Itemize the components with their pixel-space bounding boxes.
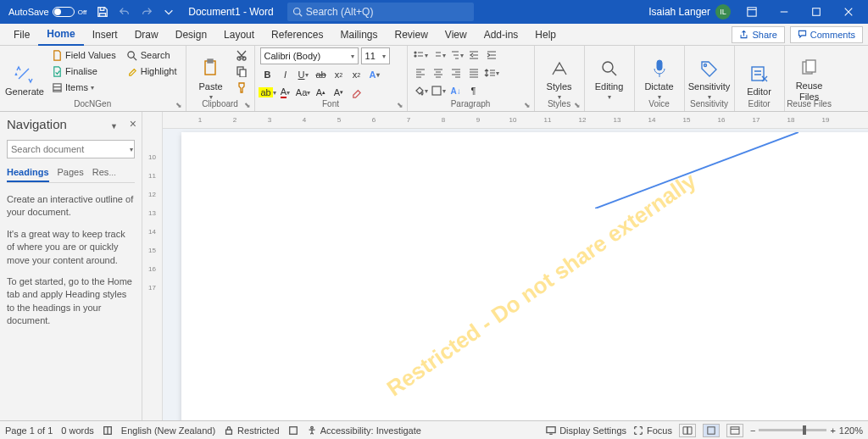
format-painter-button[interactable]: [234, 80, 249, 95]
bullets-button[interactable]: ▾: [413, 47, 428, 63]
undo-button[interactable]: [114, 0, 136, 24]
zoom-in-button[interactable]: +: [830, 425, 835, 436]
tab-file[interactable]: File: [5, 24, 38, 46]
tab-review[interactable]: Review: [387, 24, 437, 46]
finalise-button[interactable]: Finalise: [47, 64, 120, 79]
dialog-launcher[interactable]: ⬊: [524, 101, 532, 109]
justify-button[interactable]: [466, 65, 481, 81]
ribbon-display-button[interactable]: [736, 0, 768, 24]
decrease-indent-button[interactable]: [466, 47, 481, 63]
tab-view[interactable]: View: [437, 24, 476, 46]
zoom-out-button[interactable]: −: [750, 425, 755, 436]
dialog-launcher[interactable]: ⬊: [244, 101, 253, 109]
word-count[interactable]: 0 words: [61, 425, 94, 436]
clear-formatting-button[interactable]: [349, 85, 364, 100]
nav-close-button[interactable]: ×: [130, 117, 136, 131]
search-box[interactable]: Search (Alt+Q): [287, 3, 474, 21]
italic-button[interactable]: I: [278, 67, 293, 82]
accessibility-button[interactable]: Accessibility: Investigate: [307, 425, 421, 436]
zoom-slider[interactable]: − + 120%: [750, 425, 863, 436]
nav-tab-headings[interactable]: Headings: [7, 167, 49, 182]
font-color-button[interactable]: A▾: [278, 85, 293, 100]
macro-button[interactable]: [288, 425, 298, 436]
font-size-combo[interactable]: 11▾: [361, 47, 390, 64]
nav-search-input[interactable]: [11, 144, 128, 154]
borders-button[interactable]: ▾: [431, 83, 446, 98]
align-center-button[interactable]: [431, 65, 446, 81]
tab-insert[interactable]: Insert: [84, 24, 126, 46]
subscript-button[interactable]: x2: [331, 67, 347, 82]
strike-button[interactable]: ab: [314, 67, 329, 82]
docngen-search-button[interactable]: Search: [123, 47, 181, 63]
autosave-toggle[interactable]: AutoSave Off: [3, 7, 92, 17]
text-effects-button[interactable]: A▾: [367, 67, 382, 82]
nav-search[interactable]: ▾: [7, 140, 135, 158]
grow-font-button[interactable]: A▴: [314, 85, 329, 100]
group-label-editor: Editor: [735, 99, 784, 111]
focus-icon: [633, 425, 643, 436]
increase-indent-button[interactable]: [484, 47, 499, 63]
focus-button[interactable]: Focus: [633, 425, 672, 436]
align-right-button[interactable]: [448, 65, 464, 81]
tab-mailings[interactable]: Mailings: [331, 24, 386, 46]
comments-button[interactable]: Comments: [790, 26, 863, 43]
align-left-button[interactable]: [413, 65, 428, 81]
restricted-status[interactable]: Restricted: [224, 425, 280, 436]
vertical-ruler[interactable]: 1011121314151617: [142, 112, 163, 420]
tab-addins[interactable]: Add-ins: [476, 24, 527, 46]
copy-button[interactable]: [234, 64, 249, 79]
dialog-launcher[interactable]: ⬊: [397, 101, 405, 109]
svg-point-16: [704, 64, 706, 67]
tab-home[interactable]: Home: [38, 24, 83, 46]
tab-draw[interactable]: Draw: [126, 24, 167, 46]
line-spacing-button[interactable]: ▾: [484, 65, 499, 81]
show-marks-button[interactable]: ¶: [466, 83, 481, 98]
web-layout-button[interactable]: [726, 424, 743, 437]
nav-tab-pages[interactable]: Pages: [58, 167, 84, 182]
nav-options-button[interactable]: ▼: [110, 122, 118, 131]
canvas[interactable]: 12345678910111213141516171819 Restricted…: [163, 112, 868, 420]
redo-button[interactable]: [136, 0, 158, 24]
maximize-button[interactable]: [800, 0, 832, 24]
multilevel-button[interactable]: ▾: [448, 47, 464, 63]
spell-check-button[interactable]: [103, 425, 113, 436]
numbering-button[interactable]: ▾: [431, 47, 446, 63]
sort-button[interactable]: A↓: [448, 83, 464, 98]
display-settings-button[interactable]: Display Settings: [546, 425, 626, 436]
bold-button[interactable]: B: [260, 67, 275, 82]
items-button[interactable]: Items ▾: [47, 80, 120, 95]
field-values-button[interactable]: Field Values: [47, 47, 120, 63]
tab-layout[interactable]: Layout: [215, 24, 263, 46]
superscript-button[interactable]: x2: [349, 67, 364, 82]
zoom-level[interactable]: 120%: [839, 425, 863, 436]
dialog-launcher[interactable]: ⬊: [574, 101, 582, 109]
print-layout-button[interactable]: [703, 424, 720, 437]
share-button[interactable]: Share: [732, 26, 784, 43]
read-mode-button[interactable]: [679, 424, 696, 437]
save-button[interactable]: [92, 0, 114, 24]
tab-references[interactable]: References: [263, 24, 331, 46]
highlight-color-button[interactable]: ab▾: [260, 85, 275, 100]
language-button[interactable]: English (New Zealand): [121, 425, 215, 436]
zoom-thumb[interactable]: [803, 425, 806, 435]
account-button[interactable]: Isaiah Langer IL: [643, 4, 736, 19]
shading-button[interactable]: ▾: [413, 83, 428, 98]
zoom-track[interactable]: [759, 429, 826, 431]
font-name-combo[interactable]: Calibri (Body)▾: [260, 47, 359, 64]
tab-design[interactable]: Design: [167, 24, 215, 46]
shrink-font-button[interactable]: A▾: [331, 85, 347, 100]
nav-tab-results[interactable]: Res…: [92, 167, 117, 182]
horizontal-ruler[interactable]: 12345678910111213141516171819: [163, 112, 868, 129]
line-shape[interactable]: [595, 132, 798, 208]
highlight-button[interactable]: Highlight: [123, 64, 181, 79]
svg-point-12: [415, 55, 416, 57]
underline-button[interactable]: U▾: [296, 67, 311, 82]
dialog-launcher[interactable]: ⬊: [175, 101, 184, 109]
close-button[interactable]: [832, 0, 865, 24]
tab-help[interactable]: Help: [526, 24, 565, 46]
cut-button[interactable]: [234, 47, 249, 63]
minimize-button[interactable]: [768, 0, 800, 24]
change-case-button[interactable]: Aa▾: [296, 85, 311, 100]
page-indicator[interactable]: Page 1 of 1: [5, 425, 53, 436]
qat-dropdown[interactable]: [158, 0, 180, 24]
